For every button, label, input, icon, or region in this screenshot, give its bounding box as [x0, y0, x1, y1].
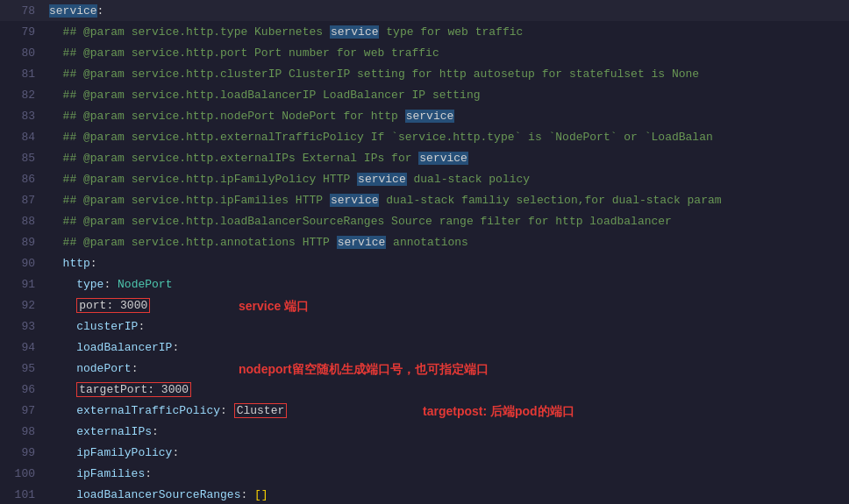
line-content: type: NodePort: [46, 278, 849, 291]
annotation-text: targetpost: 后端pod的端口: [423, 404, 574, 420]
line-content: ## @param service.http.annotations HTTP …: [46, 236, 849, 249]
code-line: 79 ## @param service.http.type Kubernete…: [0, 21, 849, 42]
code-line: 93 clusterIP:: [0, 316, 849, 337]
line-content: targetPort: 3000: [46, 383, 849, 396]
line-content: externalTrafficPolicy: Clustertargetpost…: [46, 404, 849, 417]
line-number: 88: [0, 215, 46, 228]
line-content: externalIPs:: [46, 425, 849, 438]
code-line: 88 ## @param service.http.loadBalancerSo…: [0, 210, 849, 231]
code-line: 90 http:: [0, 252, 849, 273]
code-line: 81 ## @param service.http.clusterIP Clus…: [0, 63, 849, 84]
line-content: ## @param service.http.ipFamilies HTTP s…: [46, 194, 849, 207]
line-content: ipFamilyPolicy:: [46, 446, 849, 459]
line-number: 95: [0, 362, 46, 375]
code-line: 85 ## @param service.http.externalIPs Ex…: [0, 147, 849, 168]
line-content: ## @param service.http.port Port number …: [46, 46, 849, 60]
line-content: http:: [46, 257, 849, 270]
line-content: ## @param service.http.clusterIP Cluster…: [46, 67, 849, 81]
code-line: 89 ## @param service.http.annotations HT…: [0, 231, 849, 252]
line-content: ## @param service.http.loadBalancerIP Lo…: [46, 89, 849, 102]
line-content: ## @param service.http.ipFamilyPolicy HT…: [46, 173, 849, 186]
code-line: 92 port: 3000service 端口: [0, 295, 849, 316]
line-content: nodePort:nodeport留空随机生成端口号，也可指定端口: [46, 362, 849, 375]
code-line: 98 externalIPs:: [0, 421, 849, 442]
line-number: 100: [0, 467, 46, 480]
line-number: 101: [0, 488, 46, 501]
code-line: 99 ipFamilyPolicy:: [0, 442, 849, 463]
code-line: 101 loadBalancerSourceRanges: []: [0, 484, 849, 504]
code-line: 96 targetPort: 3000: [0, 379, 849, 400]
code-line: 87 ## @param service.http.ipFamilies HTT…: [0, 189, 849, 210]
line-number: 97: [0, 404, 46, 417]
line-number: 94: [0, 341, 46, 354]
code-line: 86 ## @param service.http.ipFamilyPolicy…: [0, 168, 849, 189]
line-number: 91: [0, 278, 46, 291]
code-line: 82 ## @param service.http.loadBalancerIP…: [0, 84, 849, 105]
line-content: ## @param service.http.loadBalancerSourc…: [46, 215, 849, 228]
code-line: 95 nodePort:nodeport留空随机生成端口号，也可指定端口: [0, 358, 849, 379]
line-content: ## @param service.http.nodePort NodePort…: [46, 110, 849, 123]
line-content: ## @param service.http.externalIPs Exter…: [46, 152, 849, 165]
code-line: 83 ## @param service.http.nodePort NodeP…: [0, 105, 849, 126]
line-number: 81: [0, 67, 46, 81]
line-number: 78: [0, 4, 46, 18]
line-content: service:: [46, 4, 849, 18]
annotation-text: service 端口: [239, 299, 309, 315]
line-content: loadBalancerIP:: [46, 341, 849, 354]
code-line: 94 loadBalancerIP:: [0, 337, 849, 358]
line-number: 99: [0, 446, 46, 459]
line-number: 90: [0, 257, 46, 270]
line-number: 84: [0, 131, 46, 144]
line-content: ## @param service.http.type Kubernetes s…: [46, 25, 849, 39]
line-number: 80: [0, 46, 46, 60]
line-number: 82: [0, 89, 46, 102]
code-line: 91 type: NodePort: [0, 273, 849, 295]
annotation-text: nodeport留空随机生成端口号，也可指定端口: [239, 362, 489, 378]
line-content: clusterIP:: [46, 320, 849, 333]
line-content: loadBalancerSourceRanges: []: [46, 488, 849, 501]
line-number: 98: [0, 425, 46, 438]
line-number: 83: [0, 110, 46, 123]
line-number: 92: [0, 299, 46, 312]
line-number: 85: [0, 152, 46, 165]
code-line: 78service:: [0, 0, 849, 21]
code-editor: 78service:79 ## @param service.http.type…: [0, 0, 849, 504]
line-number: 93: [0, 320, 46, 333]
line-number: 89: [0, 236, 46, 249]
line-number: 96: [0, 383, 46, 396]
line-content: ## @param service.http.externalTrafficPo…: [46, 131, 849, 144]
line-content: ipFamilies:: [46, 467, 849, 480]
line-number: 79: [0, 25, 46, 39]
code-line: 84 ## @param service.http.externalTraffi…: [0, 126, 849, 147]
code-line: 97 externalTrafficPolicy: Clustertargetp…: [0, 400, 849, 421]
code-line: 80 ## @param service.http.port Port numb…: [0, 42, 849, 63]
line-number: 86: [0, 173, 46, 186]
line-number: 87: [0, 194, 46, 207]
line-content: port: 3000service 端口: [46, 299, 849, 312]
code-line: 100 ipFamilies:: [0, 463, 849, 484]
